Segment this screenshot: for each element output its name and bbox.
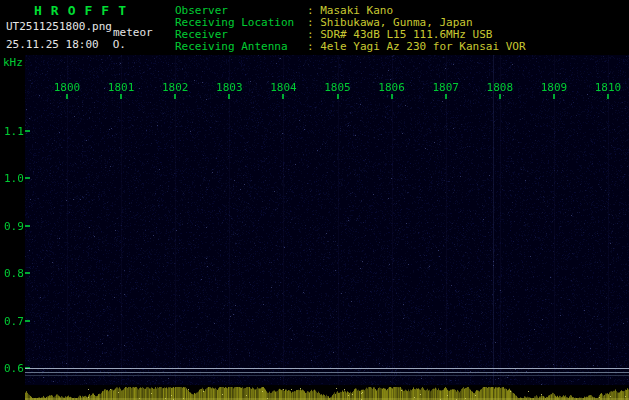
x-tick-label: 1801 (108, 81, 135, 94)
info-row: Observer: Masaki Kano (0, 4, 629, 16)
y-tick-label: 0.8 (4, 267, 24, 280)
x-tick-label: 1803 (216, 81, 243, 94)
x-tick-label: 1805 (324, 81, 351, 94)
station-info-block: Observer: Masaki KanoReceiving Location:… (0, 0, 629, 55)
y-tick-label: 1.0 (4, 172, 24, 185)
x-tick-mark (282, 94, 284, 99)
y-tick-mark (25, 272, 30, 274)
x-tick-mark (120, 94, 122, 99)
x-tick-label: 1808 (487, 81, 514, 94)
y-tick-mark (25, 320, 30, 322)
carrier-line (25, 372, 629, 373)
y-axis-unit-label: kHz (3, 56, 23, 69)
x-tick-label: 1810 (595, 81, 622, 94)
info-value: : 4ele Yagi Az 230 for Kansai VOR (307, 40, 526, 53)
x-tick-mark (391, 94, 393, 99)
x-tick-mark (607, 94, 609, 99)
x-tick-label: 1802 (162, 81, 189, 94)
x-tick-mark (445, 94, 447, 99)
x-tick-mark (66, 94, 68, 99)
carrier-line (25, 368, 629, 369)
info-row: Receiving Antenna: 4ele Yagi Az 230 for … (0, 40, 629, 52)
info-row: Receiver: SDR# 43dB L15 111.6MHz USB (0, 28, 629, 40)
x-tick-mark (174, 94, 176, 99)
y-tick-label: 0.7 (4, 315, 24, 328)
y-tick-mark (25, 130, 30, 132)
y-tick-label: 0.9 (4, 220, 24, 233)
x-tick-mark (499, 94, 501, 99)
y-tick-label: 1.1 (4, 125, 24, 138)
x-tick-label: 1804 (270, 81, 297, 94)
x-tick-mark (553, 94, 555, 99)
x-tick-label: 1806 (378, 81, 405, 94)
spectrogram-plot (25, 55, 629, 385)
spectrogram-canvas (25, 55, 629, 385)
carrier-line (25, 375, 629, 376)
y-tick-mark (25, 177, 30, 179)
signal-level-strip-canvas (25, 385, 629, 400)
x-tick-mark (337, 94, 339, 99)
x-tick-label: 1807 (432, 81, 459, 94)
x-tick-label: 1800 (54, 81, 81, 94)
info-row: Receiving Location: Shibukawa, Gunma, Ja… (0, 16, 629, 28)
hrofft-screen: HROFFT UT2511251800.png meteor 25.11.25 … (0, 0, 629, 400)
x-tick-mark (228, 94, 230, 99)
x-tick-label: 1809 (541, 81, 568, 94)
y-tick-label: 0.6 (4, 362, 24, 375)
info-label: Receiving Antenna (175, 40, 288, 53)
y-tick-mark (25, 225, 30, 227)
